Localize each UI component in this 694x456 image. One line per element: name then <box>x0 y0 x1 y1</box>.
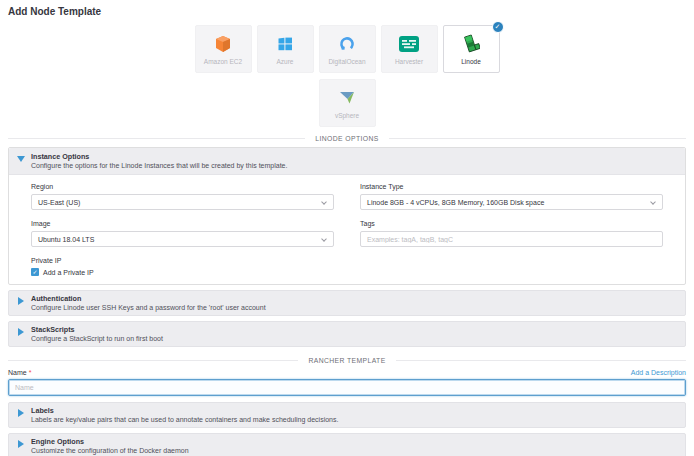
provider-card-azure[interactable]: Azure <box>257 25 314 73</box>
accordion-title: Engine Options <box>31 437 675 446</box>
page-title: Add Node Template <box>8 6 686 17</box>
digitalocean-icon <box>338 34 356 54</box>
accordion-title: Authentication <box>31 294 675 303</box>
selected-check-badge <box>492 21 504 33</box>
private-ip-label: Private IP <box>31 257 334 264</box>
add-private-ip-checkbox-label: Add a Private IP <box>43 269 94 276</box>
chevron-right-icon <box>18 297 24 305</box>
divider-line <box>396 360 686 361</box>
instance-type-selected-value: Linode 8GB - 4 vCPUs, 8GB Memory, 160GB … <box>367 199 544 206</box>
accordion-title: Labels <box>31 406 675 415</box>
accordion-description: Configure a StackScript to run on first … <box>31 335 675 342</box>
required-marker: * <box>29 369 32 376</box>
image-selected-value: Ubuntu 18.04 LTS <box>38 236 94 243</box>
chevron-down-icon <box>321 199 327 205</box>
provider-cards-row-1: Amazon EC2 Azure DigitalOcean <box>8 25 686 73</box>
rancher-template-heading: RANCHER TEMPLATE <box>308 357 385 364</box>
image-field: Image Ubuntu 18.04 LTS <box>31 220 334 247</box>
provider-cards-row-2: vSphere <box>8 79 686 127</box>
provider-card-digitalocean[interactable]: DigitalOcean <box>319 25 376 73</box>
accordion-title: StackScripts <box>31 325 675 334</box>
linode-icon <box>462 34 480 54</box>
accordion-description: Customize the configuration of the Docke… <box>31 447 675 454</box>
chevron-right-icon <box>18 328 24 336</box>
amazon-ec2-icon <box>214 34 232 54</box>
divider-line <box>8 138 305 139</box>
accordion-title: Instance Options <box>31 152 675 161</box>
private-ip-field: Private IP Add a Private IP <box>31 257 334 276</box>
checkbox-checked-icon <box>31 268 39 276</box>
tags-input[interactable] <box>360 231 663 247</box>
provider-card-amazon-ec2[interactable]: Amazon EC2 <box>195 25 252 73</box>
vsphere-icon <box>337 88 357 108</box>
divider-line <box>389 138 686 139</box>
chevron-down-icon <box>17 156 25 162</box>
provider-card-label: Harvester <box>395 58 423 65</box>
azure-icon <box>276 34 294 54</box>
divider-line <box>8 360 298 361</box>
accordion-description: Configure Linode user SSH Keys and a pas… <box>31 304 675 311</box>
instance-options-body: Region US-East (US) Instance Type Linode… <box>9 175 685 284</box>
engine-options-accordion[interactable]: Engine Options Customize the configurati… <box>8 433 686 456</box>
name-label-row: Name* Add a Description <box>8 369 686 376</box>
provider-card-vsphere[interactable]: vSphere <box>319 79 376 127</box>
chevron-right-icon <box>18 440 24 448</box>
instance-options-panel: Instance Options Configure the options f… <box>8 147 686 285</box>
provider-card-label: DigitalOcean <box>328 58 365 65</box>
instance-type-select[interactable]: Linode 8GB - 4 vCPUs, 8GB Memory, 160GB … <box>360 194 663 210</box>
name-input-wrap <box>8 379 686 396</box>
name-label: Name* <box>8 369 31 376</box>
tags-label: Tags <box>360 220 663 227</box>
accordion-description: Configure the options for the Linode Ins… <box>31 162 675 169</box>
provider-card-label: vSphere <box>335 112 359 119</box>
tags-field: Tags <box>360 220 663 247</box>
provider-card-label: Amazon EC2 <box>204 58 242 65</box>
instance-options-accordion-header[interactable]: Instance Options Configure the options f… <box>9 148 685 175</box>
linode-options-heading: LINODE OPTIONS <box>315 135 378 142</box>
region-field: Region US-East (US) <box>31 183 334 210</box>
region-select[interactable]: US-East (US) <box>31 194 334 210</box>
name-input[interactable] <box>8 379 686 396</box>
harvester-icon <box>399 34 419 54</box>
provider-card-label: Linode <box>461 58 481 65</box>
chevron-down-icon <box>650 199 656 205</box>
chevron-down-icon <box>321 236 327 242</box>
provider-card-label: Azure <box>277 58 294 65</box>
chevron-right-icon <box>18 409 24 417</box>
rancher-template-section-header: RANCHER TEMPLATE <box>8 357 686 364</box>
instance-type-field: Instance Type Linode 8GB - 4 vCPUs, 8GB … <box>360 183 663 210</box>
region-selected-value: US-East (US) <box>38 199 80 206</box>
authentication-accordion[interactable]: Authentication Configure Linode user SSH… <box>8 290 686 316</box>
add-description-link[interactable]: Add a Description <box>631 369 686 376</box>
provider-card-harvester[interactable]: Harvester <box>381 25 438 73</box>
linode-options-section-header: LINODE OPTIONS <box>8 135 686 142</box>
provider-card-linode[interactable]: Linode <box>443 25 500 73</box>
labels-accordion[interactable]: Labels Labels are key/value pairs that c… <box>8 402 686 428</box>
image-label: Image <box>31 220 334 227</box>
stackscripts-accordion[interactable]: StackScripts Configure a StackScript to … <box>8 321 686 347</box>
instance-type-label: Instance Type <box>360 183 663 190</box>
accordion-description: Labels are key/value pairs that can be u… <box>31 416 675 423</box>
add-node-template-page: Add Node Template Amazon EC2 <box>0 0 694 456</box>
add-private-ip-checkbox[interactable]: Add a Private IP <box>31 268 334 276</box>
region-label: Region <box>31 183 334 190</box>
image-select[interactable]: Ubuntu 18.04 LTS <box>31 231 334 247</box>
